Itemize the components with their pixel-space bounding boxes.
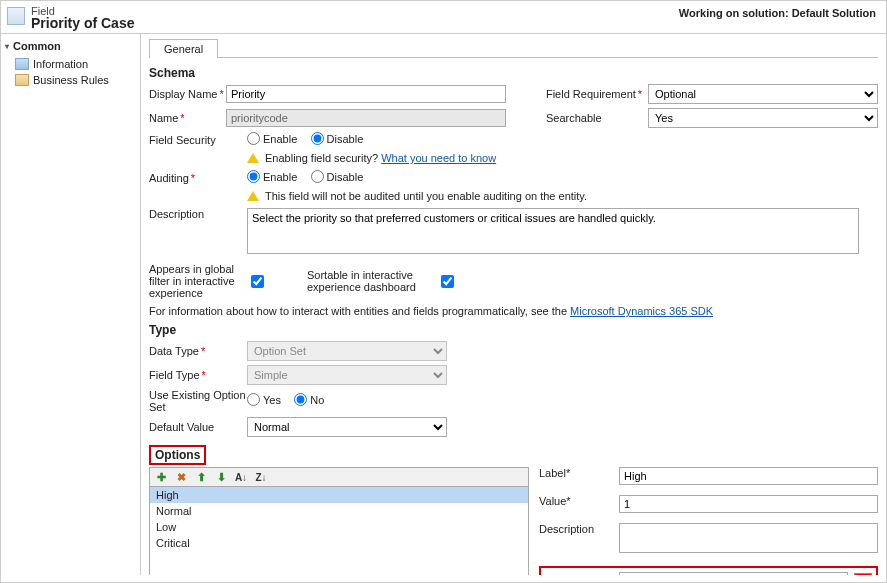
sortable-checkbox[interactable]	[441, 275, 454, 288]
sdk-info-text: For information about how to interact wi…	[149, 305, 567, 317]
option-item[interactable]: Normal	[150, 503, 528, 519]
move-up-button[interactable]: ⬆	[194, 470, 208, 484]
required-marker: *	[566, 467, 570, 479]
field-requirement-select[interactable]: Optional	[648, 84, 878, 104]
sort-asc-button[interactable]: A↓	[234, 470, 248, 484]
description-label: Description	[149, 208, 204, 220]
default-value-select[interactable]: Normal	[247, 417, 447, 437]
use-existing-yes-radio[interactable]: Yes	[247, 393, 281, 406]
sidebar-section-common[interactable]: ▾ Common	[5, 40, 136, 52]
required-marker: *	[180, 112, 184, 124]
data-type-select: Option Set	[247, 341, 447, 361]
searchable-label: Searchable	[546, 112, 602, 124]
page-header: Field Priority of Case Working on soluti…	[1, 1, 886, 34]
required-marker: *	[202, 369, 206, 381]
audit-warning-text: This field will not be audited until you…	[265, 190, 587, 202]
options-list[interactable]: High Normal Low Critical	[150, 487, 528, 575]
auditing-label: Auditing	[149, 172, 189, 184]
tab-general[interactable]: General	[149, 39, 218, 58]
options-toolbar: ✚ ✖ ⬆ ⬇ A↓ Z↓	[150, 468, 528, 487]
move-down-button[interactable]: ⬇	[214, 470, 228, 484]
use-existing-no-radio[interactable]: No	[294, 393, 324, 406]
option-value-input[interactable]	[619, 495, 878, 513]
required-marker: *	[201, 345, 205, 357]
option-value-label: Value	[539, 495, 566, 507]
global-filter-label: Appears in global filter in interactive …	[149, 263, 247, 299]
name-label: Name	[149, 112, 178, 124]
required-marker: *	[191, 172, 195, 184]
required-marker: *	[638, 88, 642, 100]
required-marker: *	[219, 88, 223, 100]
option-item[interactable]: Critical	[150, 535, 528, 551]
data-type-label: Data Type	[149, 345, 199, 357]
security-warning-text: Enabling field security?	[265, 152, 378, 164]
option-details-panel: Label* Value* Description Color	[539, 467, 878, 575]
searchable-select[interactable]: Yes	[648, 108, 878, 128]
use-existing-label: Use Existing Option Set	[149, 389, 247, 413]
type-heading: Type	[149, 323, 878, 337]
default-value-label: Default Value	[149, 421, 214, 433]
options-list-panel: ✚ ✖ ⬆ ⬇ A↓ Z↓ High Normal Low Critical	[149, 467, 529, 575]
option-color-input[interactable]	[619, 572, 848, 575]
sidebar-section-label: Common	[13, 40, 61, 52]
add-option-button[interactable]: ✚	[154, 470, 168, 484]
delete-option-button[interactable]: ✖	[174, 470, 188, 484]
option-description-textarea[interactable]	[619, 523, 878, 553]
field-security-disable-radio[interactable]: Disable	[311, 132, 364, 145]
option-label-input[interactable]	[619, 467, 878, 485]
schema-heading: Schema	[149, 66, 878, 80]
name-input	[226, 109, 506, 127]
sidebar-item-label: Information	[33, 58, 88, 70]
security-what-you-need-link[interactable]: What you need to know	[381, 152, 496, 164]
sortable-label: Sortable in interactive experience dashb…	[307, 269, 437, 293]
field-requirement-label: Field Requirement	[546, 88, 636, 100]
tab-strip: General	[149, 38, 878, 58]
main-panel: General Schema Display Name* Field Requi…	[141, 34, 886, 575]
field-security-enable-radio[interactable]: Enable	[247, 132, 297, 145]
warning-icon	[247, 191, 259, 201]
option-label-label: Label	[539, 467, 566, 479]
field-type-label: Field Type	[149, 369, 200, 381]
solution-context: Working on solution: Default Solution	[679, 7, 876, 19]
color-row-highlight: Color	[539, 566, 878, 575]
option-item[interactable]: Low	[150, 519, 528, 535]
sidebar-item-information[interactable]: Information	[5, 56, 136, 72]
field-type-select: Simple	[247, 365, 447, 385]
auditing-disable-radio[interactable]: Disable	[311, 170, 364, 183]
warning-icon	[247, 153, 259, 163]
sidebar: ▾ Common Information Business Rules	[1, 34, 141, 575]
required-marker: *	[566, 495, 570, 507]
sidebar-item-business-rules[interactable]: Business Rules	[5, 72, 136, 88]
sidebar-item-label: Business Rules	[33, 74, 109, 86]
option-description-label: Description	[539, 523, 594, 535]
chevron-down-icon: ▾	[5, 42, 9, 51]
entity-icon	[7, 7, 25, 25]
information-icon	[15, 58, 29, 70]
option-item[interactable]: High	[150, 487, 528, 503]
color-swatch[interactable]	[854, 573, 872, 575]
display-name-input[interactable]	[226, 85, 506, 103]
business-rules-icon	[15, 74, 29, 86]
options-heading: Options	[149, 445, 206, 465]
description-textarea[interactable]	[247, 208, 859, 254]
display-name-label: Display Name	[149, 88, 217, 100]
field-security-label: Field Security	[149, 134, 216, 146]
global-filter-checkbox[interactable]	[251, 275, 264, 288]
sdk-link[interactable]: Microsoft Dynamics 365 SDK	[570, 305, 713, 317]
auditing-enable-radio[interactable]: Enable	[247, 170, 297, 183]
page-title: Priority of Case	[31, 15, 134, 31]
sort-desc-button[interactable]: Z↓	[254, 470, 268, 484]
